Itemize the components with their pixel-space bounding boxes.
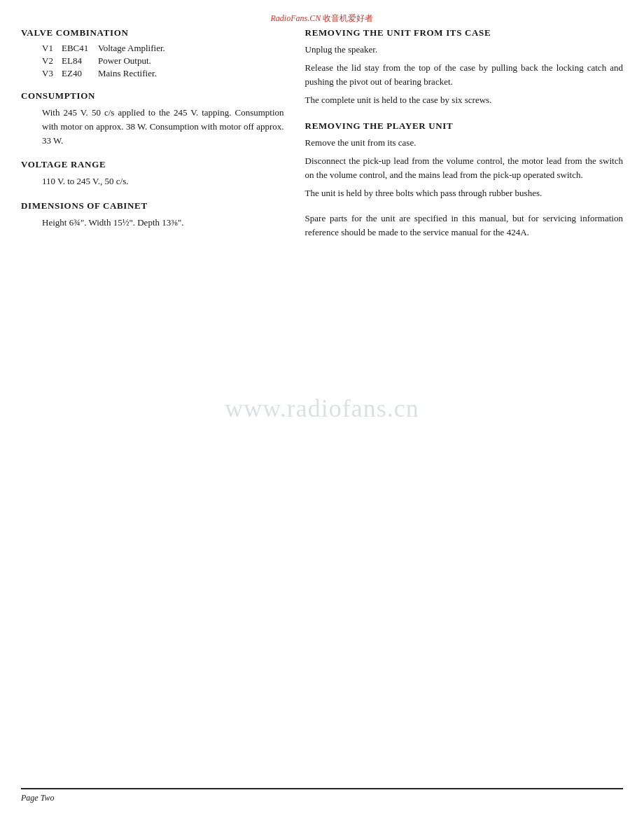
- valve-desc: Voltage Amplifier.: [98, 43, 165, 54]
- valve-row: V1 EBC41 Voltage Amplifier.: [42, 43, 284, 54]
- player-paragraph: Disconnect the pick-up lead from the vol…: [305, 154, 623, 182]
- removing-player-unit-title: REMOVING THE PLAYER UNIT: [305, 120, 623, 132]
- voltage-range-title: VOLTAGE RANGE: [21, 159, 284, 170]
- valve-combination-title: VALVE COMBINATION: [21, 27, 284, 39]
- consumption-body: With 245 V. 50 c/s applied to the 245 V.…: [42, 106, 284, 148]
- removing-from-case-body: Unplug the speaker.Release the lid stay …: [305, 43, 623, 108]
- valve-code: EL84: [62, 55, 98, 67]
- valve-id: V3: [42, 68, 62, 79]
- case-paragraph: Unplug the speaker.: [305, 43, 623, 57]
- valve-row: V3 EZ40 Mains Rectifier.: [42, 68, 284, 79]
- spare-parts-body: Spare parts for the unit are specified i…: [305, 212, 623, 240]
- page-footer: Page Two: [21, 788, 623, 803]
- voltage-range-body: 110 V. to 245 V., 50 c/s.: [42, 174, 284, 188]
- site-tagline: 收音机爱好者: [323, 13, 373, 23]
- removing-from-case-title: REMOVING THE UNIT FROM ITS CASE: [305, 27, 623, 39]
- dimensions-title: DIMENSIONS OF CABINET: [21, 200, 284, 212]
- two-col-layout: VALVE COMBINATION V1 EBC41 Voltage Ampli…: [21, 27, 623, 244]
- page-number: Page Two: [21, 793, 54, 803]
- valve-id: V2: [42, 55, 62, 67]
- left-column: VALVE COMBINATION V1 EBC41 Voltage Ampli…: [21, 27, 298, 244]
- case-paragraph: The complete unit is held to the case by…: [305, 93, 623, 107]
- site-header: RadioFans.CN 收音机爱好者: [21, 13, 623, 25]
- right-column: REMOVING THE UNIT FROM ITS CASE Unplug t…: [298, 27, 623, 244]
- page: RadioFans.CN 收音机爱好者 VALVE COMBINATION V1…: [0, 0, 644, 816]
- valve-table: V1 EBC41 Voltage Amplifier. V2 EL84 Powe…: [42, 43, 284, 79]
- valve-desc: Mains Rectifier.: [98, 68, 157, 79]
- valve-code: EZ40: [62, 68, 98, 79]
- player-paragraph: The unit is held by three bolts which pa…: [305, 186, 623, 200]
- removing-player-unit-body: Remove the unit from its case.Disconnect…: [305, 136, 623, 201]
- consumption-title: CONSUMPTION: [21, 90, 284, 102]
- valve-id: V1: [42, 43, 62, 54]
- case-paragraph: Release the lid stay from the top of the…: [305, 61, 623, 89]
- valve-code: EBC41: [62, 43, 98, 54]
- site-url: RadioFans.CN: [271, 13, 321, 23]
- player-paragraph: Remove the unit from its case.: [305, 136, 623, 150]
- dimensions-body: Height 6¾". Width 15½". Depth 13⅜".: [42, 216, 284, 230]
- watermark: www.radiofans.cn: [225, 394, 419, 423]
- valve-row: V2 EL84 Power Output.: [42, 55, 284, 67]
- valve-desc: Power Output.: [98, 55, 151, 67]
